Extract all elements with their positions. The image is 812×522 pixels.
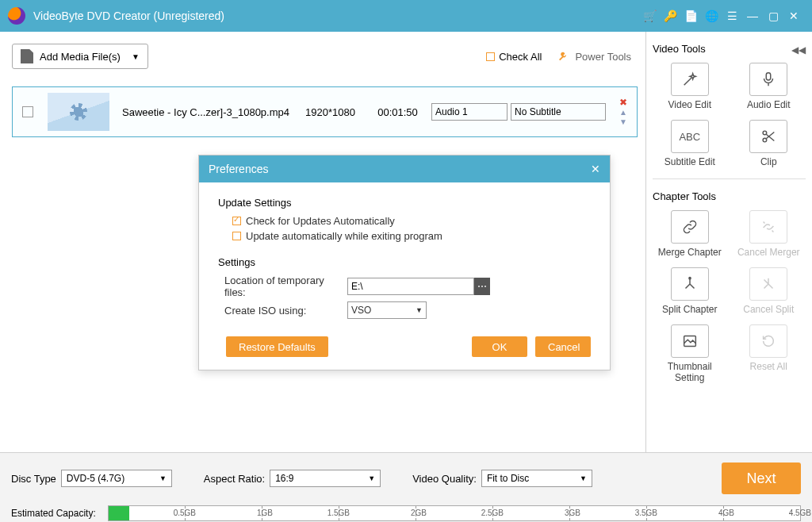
capacity-tick: 1GB	[186, 506, 262, 520]
capacity-tick: 4.5GB	[724, 506, 800, 520]
update-settings-header: Update Settings	[218, 197, 591, 209]
capacity-tick: 4GB	[647, 506, 724, 520]
move-down-icon[interactable]: ▼	[619, 118, 627, 126]
unlink-icon	[760, 218, 777, 236]
scissors-icon	[760, 128, 777, 145]
close-icon[interactable]: ✕	[783, 10, 804, 22]
cancel-split-icon	[760, 275, 777, 293]
dialog-titlebar: Preferences ✕	[199, 155, 610, 182]
check-all-checkbox[interactable]	[486, 52, 495, 61]
next-button[interactable]: Next	[722, 463, 801, 494]
power-tools-label: Power Tools	[575, 51, 631, 63]
capacity-tick: 3.5GB	[570, 506, 647, 520]
browse-button[interactable]: ⋯	[474, 278, 490, 295]
remove-media-icon[interactable]: ✖	[619, 98, 627, 107]
check-all[interactable]: Check All	[486, 51, 542, 63]
add-media-button[interactable]: Add Media File(s) ▼	[12, 44, 148, 69]
cancel-button[interactable]: Cancel	[535, 336, 591, 357]
audio-select[interactable]: Audio 1	[431, 103, 508, 121]
video-quality-label: Video Quality:	[412, 473, 477, 485]
bottom-bar: Disc Type DVD-5 (4.7G)▼ Aspect Ratio: 16…	[0, 452, 812, 522]
capacity-label: Estimated Capacity:	[11, 508, 108, 519]
audio-edit-tool[interactable]: Audio Edit	[732, 63, 806, 110]
auto-check-label: Check for Updates Automatically	[246, 215, 395, 227]
key-icon[interactable]: 🔑	[660, 10, 680, 22]
subtitle-edit-tool[interactable]: ABC Subtitle Edit	[653, 120, 727, 167]
restore-defaults-button[interactable]: Restore Defaults	[226, 336, 328, 357]
media-row[interactable]: Saweetie - Icy C...zer]-3_1080p.mp4 1920…	[12, 86, 638, 137]
capacity-tick: 3GB	[493, 506, 570, 520]
aspect-ratio-label: Aspect Ratio:	[204, 473, 265, 485]
maximize-icon[interactable]: ▢	[763, 10, 783, 22]
mic-icon	[760, 71, 777, 88]
power-tools-button[interactable]: Power Tools	[557, 50, 631, 63]
merge-chapter-tool[interactable]: Merge Chapter	[653, 210, 727, 258]
page-icon[interactable]: 📄	[680, 10, 701, 22]
svg-rect-0	[767, 73, 772, 80]
globe-icon[interactable]: 🌐	[701, 10, 722, 22]
app-logo-icon	[8, 7, 25, 25]
link-icon	[681, 218, 699, 236]
aspect-ratio-select[interactable]: 16:9▼	[270, 470, 381, 487]
dialog-close-icon[interactable]: ✕	[591, 163, 600, 175]
chevron-down-icon: ▼	[159, 474, 167, 482]
temp-files-label: Location of temporary files:	[224, 274, 347, 298]
minimize-icon[interactable]: —	[742, 10, 763, 22]
wrench-icon	[557, 50, 570, 63]
chevron-down-icon: ▼	[580, 474, 587, 482]
chevron-down-icon: ▼	[368, 474, 375, 482]
subtitle-select[interactable]: No Subtitle	[511, 103, 606, 121]
reset-icon	[760, 332, 777, 350]
settings-header: Settings	[218, 256, 591, 268]
thumbnail-setting-tool[interactable]: Thumbnail Setting	[653, 324, 727, 383]
add-media-label: Add Media File(s)	[40, 51, 121, 63]
abc-icon: ABC	[679, 131, 700, 143]
file-icon	[21, 49, 33, 63]
media-checkbox[interactable]	[22, 106, 33, 117]
svg-point-2	[763, 131, 767, 135]
dialog-title: Preferences	[209, 163, 268, 175]
check-all-label: Check All	[499, 51, 542, 63]
iso-select[interactable]: VSO▼	[347, 301, 427, 319]
capacity-tick: 2.5GB	[416, 506, 493, 520]
image-icon	[681, 332, 699, 350]
video-edit-tool[interactable]: Video Edit	[653, 63, 727, 110]
iso-label: Create ISO using:	[224, 305, 347, 317]
disc-type-select[interactable]: DVD-5 (4.7G)▼	[61, 470, 172, 487]
split-chapter-tool[interactable]: Split Chapter	[653, 267, 727, 315]
auto-check-checkbox[interactable]	[232, 217, 241, 225]
chevron-down-icon: ▼	[416, 306, 423, 314]
media-resolution: 1920*1080	[297, 106, 364, 118]
cancel-split-tool: Cancel Split	[732, 267, 806, 315]
capacity-tick: 1.5GB	[262, 506, 339, 520]
video-quality-select[interactable]: Fit to Disc▼	[481, 470, 592, 487]
chevron-down-icon: ▼	[132, 52, 140, 61]
media-thumbnail[interactable]	[48, 93, 109, 131]
title-bar: VideoByte DVD Creator (Unregistered) 🛒 🔑…	[0, 0, 812, 32]
capacity-bar: 0.5GB1GB1.5GB2GB2.5GB3GB3.5GB4GB4.5GB	[108, 505, 801, 521]
app-title: VideoByte DVD Creator (Unregistered)	[33, 10, 224, 22]
clip-tool[interactable]: Clip	[732, 120, 806, 167]
capacity-tick: 0.5GB	[109, 506, 186, 520]
collapse-sidebar-icon[interactable]: ◀◀	[791, 44, 806, 56]
cancel-merger-tool: Cancel Merger	[732, 210, 806, 258]
svg-point-3	[689, 278, 691, 279]
preferences-dialog: Preferences ✕ Update Settings Check for …	[198, 155, 611, 370]
media-filename: Saweetie - Icy C...zer]-3_1080p.mp4	[122, 106, 297, 118]
split-icon	[681, 275, 699, 293]
wand-icon	[681, 71, 699, 88]
disc-type-label: Disc Type	[11, 473, 56, 485]
update-exiting-checkbox[interactable]	[232, 232, 241, 240]
move-up-icon[interactable]: ▲	[619, 109, 627, 117]
video-tools-header: Video Tools	[653, 43, 806, 55]
menu-icon[interactable]: ☰	[722, 10, 742, 22]
capacity-tick: 2GB	[339, 506, 416, 520]
media-duration: 00:01:50	[364, 106, 431, 118]
cart-icon[interactable]: 🛒	[639, 10, 660, 22]
chapter-tools-header: Chapter Tools	[653, 190, 806, 202]
reset-all-tool: Reset All	[732, 324, 806, 383]
ok-button[interactable]: OK	[472, 336, 527, 357]
update-exiting-label: Update automatically while exiting progr…	[246, 230, 442, 242]
temp-files-input[interactable]	[347, 278, 474, 295]
svg-point-1	[763, 138, 767, 142]
